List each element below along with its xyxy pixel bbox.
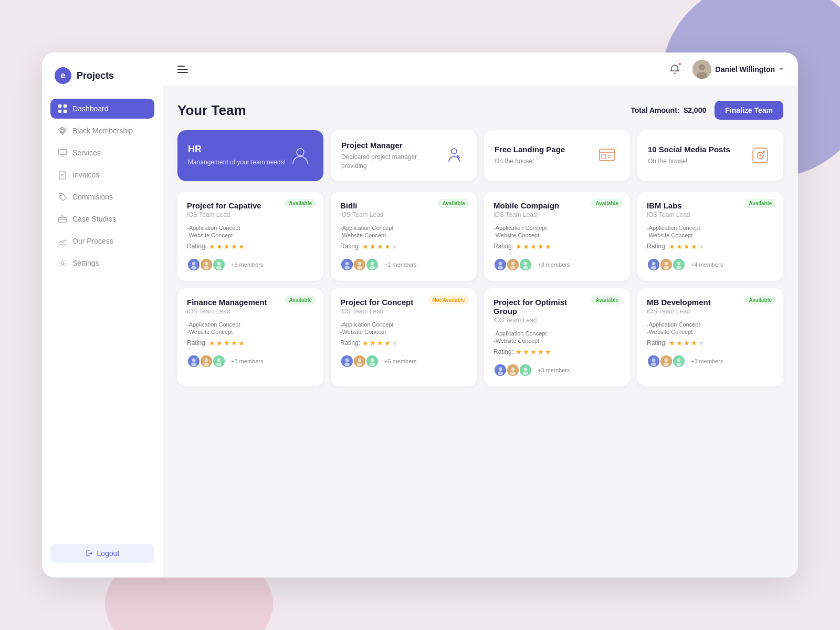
sidebar-item-services[interactable]: Services [50, 143, 154, 163]
svg-point-59 [205, 358, 208, 362]
svg-rect-2 [58, 110, 61, 113]
project-card[interactable]: Not Available Project for Concept iOS Te… [331, 288, 477, 386]
member-avatar [212, 354, 226, 368]
member-avatar [340, 258, 354, 271]
project-members: +4 members [647, 258, 774, 271]
project-members: +1 members [340, 258, 467, 271]
status-badge: Available [744, 199, 776, 208]
sidebar-item-black-membership[interactable]: Black Membership [50, 121, 154, 141]
stars: ★★★★★ [362, 243, 398, 250]
member-avatar [672, 354, 686, 368]
menu-icon[interactable] [177, 66, 188, 73]
status-badge: Available [591, 199, 623, 208]
user-info[interactable]: Daniel Willington [692, 60, 783, 79]
project-card[interactable]: Available Project for Optimist Group iOS… [484, 288, 630, 386]
project-card[interactable]: Available MB Development iOS Team Lead -… [637, 288, 783, 386]
project-members: +3 members [494, 363, 621, 377]
svg-point-81 [523, 371, 528, 375]
svg-point-86 [665, 358, 668, 362]
svg-point-45 [523, 266, 528, 269]
svg-point-10 [699, 64, 705, 70]
main-content: Daniel Willington Your Team Total Amount… [163, 52, 798, 578]
svg-rect-0 [58, 104, 61, 108]
svg-point-90 [676, 362, 681, 366]
member-avatar [494, 258, 507, 271]
svg-rect-3 [64, 110, 67, 113]
grid-icon [58, 104, 67, 113]
svg-point-29 [345, 261, 349, 265]
svg-point-21 [191, 266, 196, 269]
project-lead: iOS Team Lead [187, 211, 314, 218]
social-media-icon [748, 143, 773, 168]
stars: ★★★★★ [209, 243, 245, 250]
member-avatar [494, 363, 507, 377]
project-lead: iOS Team Lead [647, 211, 774, 218]
sidebar-item-case-studies[interactable]: Case Studies [50, 209, 154, 229]
status-badge: Available [591, 296, 623, 304]
file-icon [58, 170, 67, 180]
svg-point-75 [498, 371, 503, 375]
service-card-hr[interactable]: HR Manangement of your team needs! [177, 130, 323, 181]
status-badge: Available [744, 296, 776, 304]
project-card[interactable]: Available Bidli iOS Team Lead -Applicati… [331, 192, 477, 281]
header: Daniel Willington [163, 52, 798, 86]
service-card-free-landing[interactable]: Free Landing Page On the house! [484, 130, 630, 181]
total-amount-label: Total Amount: $2,000 [631, 106, 706, 114]
member-avatar [506, 363, 520, 377]
svg-point-36 [370, 266, 375, 269]
status-badge: Not Available [428, 296, 469, 304]
svg-point-6 [60, 195, 62, 196]
svg-point-89 [677, 358, 681, 362]
service-card-project-manager[interactable]: Project Manager Dedicated project manage… [331, 130, 477, 181]
member-avatar [659, 354, 673, 368]
svg-point-78 [510, 371, 516, 375]
sidebar-logo: e Projects [50, 67, 154, 97]
sidebar-item-invoices[interactable]: Invoices [50, 165, 154, 185]
team-header-right: Total Amount: $2,000 Finalize Team [631, 101, 783, 120]
sidebar-item-commisions[interactable]: Commisions [50, 187, 154, 207]
page-title: Your Team [177, 102, 246, 119]
status-badge: Available [438, 199, 469, 208]
project-members: +3 members [494, 258, 621, 271]
member-avatar [200, 354, 213, 368]
svg-point-57 [191, 362, 196, 366]
project-rating: Rating: ★★★★★ [494, 348, 621, 356]
member-count: +3 members [231, 358, 263, 364]
sidebar-item-settings[interactable]: Settings [50, 253, 154, 273]
logout-icon [86, 550, 93, 557]
svg-point-39 [498, 266, 503, 269]
svg-point-80 [524, 367, 528, 371]
sidebar-item-our-process[interactable]: Our Process [50, 231, 154, 251]
sidebar-item-dashboard[interactable]: Dashboard [50, 99, 154, 119]
project-card[interactable]: Available Mobile Compaign iOS Team Lead … [484, 192, 630, 281]
notification-button[interactable] [665, 60, 684, 79]
hr-card-icon [288, 143, 313, 168]
status-badge: Available [285, 199, 316, 208]
avatar [692, 60, 711, 79]
app-title: Projects [77, 70, 114, 81]
project-tags: -Application Concept-Website Concept [494, 330, 621, 344]
project-members: +3 members [187, 258, 314, 271]
service-card-social-media[interactable]: 10 Social Media Posts On the house! [637, 130, 783, 181]
project-card[interactable]: Available IBM Labs iOS Team Lead -Applic… [637, 192, 783, 281]
svg-point-12 [297, 149, 304, 156]
member-avatar [353, 354, 366, 368]
project-tags: -Application Concept-Website Concept [647, 225, 774, 238]
project-card[interactable]: Available Finance Management iOS Team Le… [177, 288, 323, 386]
svg-point-33 [357, 266, 362, 269]
svg-point-66 [344, 362, 350, 366]
member-avatar [519, 363, 532, 377]
member-avatar [187, 354, 201, 368]
svg-point-69 [357, 362, 362, 366]
stars: ★★★★★ [516, 348, 551, 356]
chevron-down-icon [779, 68, 783, 70]
stars: ★★★★★ [209, 339, 245, 347]
project-rating: Rating: ★★★★★ [647, 339, 774, 347]
svg-point-84 [651, 362, 656, 366]
project-card[interactable]: Available Project for Capative iOS Team … [177, 192, 323, 281]
logout-button[interactable]: Logout [50, 544, 154, 563]
svg-point-60 [204, 362, 209, 366]
project-rating: Rating: ★★★★★ [340, 243, 467, 250]
finalize-team-button[interactable]: Finalize Team [715, 101, 783, 120]
svg-point-72 [370, 362, 375, 366]
